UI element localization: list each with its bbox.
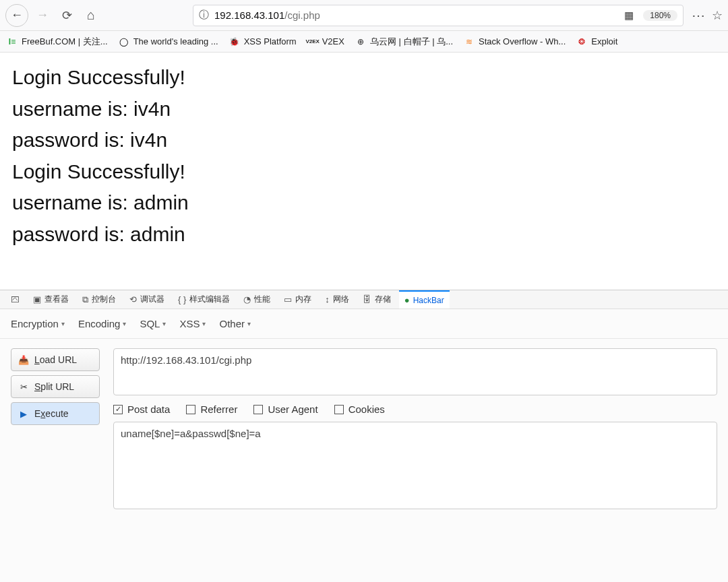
url-path: /cgi.php — [284, 9, 320, 21]
menu-label: Encryption — [11, 318, 59, 329]
tab-label: 存储 — [375, 294, 391, 305]
check-useragent[interactable]: User Agent — [253, 403, 317, 415]
tab-label: 网络 — [333, 294, 349, 305]
check-label: Referrer — [200, 403, 237, 415]
hackbar-checks: ✓Post data Referrer User Agent Cookies — [113, 402, 717, 415]
tab-console[interactable]: ⧉控制台 — [77, 290, 121, 309]
menu-encryption[interactable]: Encryption▾ — [11, 318, 65, 329]
menu-other[interactable]: Other▾ — [219, 318, 251, 329]
arrow-left-icon — [11, 8, 23, 22]
tab-network[interactable]: ↕网络 — [320, 290, 355, 309]
caret-down-icon: ▾ — [162, 320, 166, 327]
qr-icon[interactable]: ▦ — [624, 9, 634, 22]
bookmark-item[interactable]: ⊕乌云网 | 白帽子 | 乌... — [355, 36, 453, 48]
tab-performance[interactable]: ◔性能 — [238, 290, 276, 309]
btn-label: ecute — [45, 408, 68, 419]
check-label: User Agent — [268, 403, 317, 415]
menu-sql[interactable]: SQL▾ — [140, 318, 166, 329]
bug-icon: 🐞 — [229, 36, 240, 47]
home-button[interactable] — [81, 5, 101, 26]
exploit-icon: ❂ — [576, 36, 587, 47]
bookmark-item[interactable]: 🐞XSS Platform — [229, 36, 297, 47]
tab-label: 查看器 — [44, 294, 69, 305]
btn-label: oad URL — [40, 354, 77, 365]
hackbar-postdata-input[interactable] — [113, 422, 717, 509]
bookmark-label: XSS Platform — [244, 36, 297, 46]
caret-down-icon: ▾ — [247, 320, 251, 327]
tab-label: HackBar — [413, 296, 444, 305]
menu-xss[interactable]: XSS▾ — [179, 318, 206, 329]
bookmark-item[interactable]: ❂Exploit — [576, 36, 617, 47]
page-line: password is: admin — [12, 219, 716, 251]
check-cookies[interactable]: Cookies — [334, 403, 385, 415]
globe-icon: ⊕ — [355, 36, 366, 47]
favicon-icon: I≡ — [7, 36, 18, 47]
zoom-badge[interactable]: 180% — [643, 10, 677, 21]
forward-button — [32, 5, 53, 26]
btn-label: plit URL — [40, 381, 74, 392]
url-bar[interactable]: ⓘ 192.168.43.101/cgi.php ▦ 180% — [193, 5, 684, 26]
hackbar-menubar: Encryption▾ Encoding▾ SQL▾ XSS▾ Other▾ — [0, 309, 728, 339]
bookmarks-bar: I≡FreeBuf.COM | 关注... ◯The world's leadi… — [0, 31, 728, 53]
tab-label: 性能 — [254, 294, 270, 305]
split-icon: ✂ — [18, 381, 29, 392]
bookmark-star-icon[interactable] — [712, 8, 723, 23]
page-line: Login Successfully! — [12, 156, 716, 188]
bookmark-item[interactable]: ≋Stack Overflow - Wh... — [464, 36, 566, 47]
arrow-right-icon — [36, 8, 49, 22]
page-actions-icon[interactable] — [692, 7, 705, 24]
bookmark-item[interactable]: ◯The world's leading ... — [119, 36, 218, 47]
check-label: Cookies — [348, 403, 385, 415]
tab-label: 控制台 — [92, 294, 116, 305]
tab-styleeditor[interactable]: { }样式编辑器 — [173, 290, 235, 309]
bookmark-label: Exploit — [591, 36, 617, 46]
hackbar-url-input[interactable] — [113, 348, 717, 395]
devtools-pick-icon[interactable]: ⮹ — [5, 290, 25, 309]
menu-label: Other — [219, 318, 245, 329]
checkbox-icon — [334, 405, 344, 414]
back-button[interactable] — [5, 4, 28, 27]
page-content: Login Successfully! username is: iv4n pa… — [0, 53, 728, 259]
check-referrer[interactable]: Referrer — [186, 403, 237, 415]
menu-label: Encoding — [78, 318, 121, 329]
load-url-button[interactable]: 📥Load URL — [11, 348, 100, 371]
reload-button[interactable] — [57, 5, 77, 26]
execute-button[interactable]: ▶Execute — [11, 402, 100, 425]
tab-label: 调试器 — [140, 294, 164, 305]
caret-down-icon: ▾ — [123, 320, 126, 327]
caret-down-icon: ▾ — [61, 320, 65, 327]
checkbox-icon: ✓ — [113, 405, 123, 414]
bookmark-item[interactable]: V2EXV2EX — [307, 36, 344, 47]
tab-storage[interactable]: 🗄存储 — [357, 290, 396, 309]
tab-debugger[interactable]: ⟲调试器 — [124, 290, 170, 309]
stackoverflow-icon: ≋ — [464, 36, 475, 47]
tab-memory[interactable]: ▭内存 — [278, 290, 317, 309]
v2ex-icon: V2EX — [307, 36, 318, 47]
check-postdata[interactable]: ✓Post data — [113, 403, 170, 415]
checkbox-icon — [253, 405, 263, 414]
bookmark-item[interactable]: I≡FreeBuf.COM | 关注... — [7, 36, 108, 48]
page-line: password is: iv4n — [12, 125, 716, 156]
home-icon — [87, 7, 95, 23]
bookmark-label: The world's leading ... — [133, 36, 218, 46]
split-url-button[interactable]: ✂Split URL — [11, 375, 100, 398]
github-icon: ◯ — [119, 36, 129, 47]
devtools-tabs: ⮹ ▣查看器 ⧉控制台 ⟲调试器 { }样式编辑器 ◔性能 ▭内存 ↕网络 🗄存… — [0, 290, 728, 309]
caret-down-icon: ▾ — [202, 320, 206, 327]
check-label: Post data — [127, 403, 170, 415]
bookmark-label: FreeBuf.COM | 关注... — [22, 36, 108, 48]
tab-inspector[interactable]: ▣查看器 — [28, 290, 74, 309]
bookmark-label: 乌云网 | 白帽子 | 乌... — [370, 36, 453, 48]
execute-icon: ▶ — [18, 408, 29, 419]
hackbar-actions: 📥Load URL ✂Split URL ▶Execute — [11, 348, 100, 509]
load-icon: 📥 — [18, 354, 29, 365]
page-line: username is: admin — [12, 187, 716, 219]
tab-hackbar[interactable]: ●HackBar — [399, 290, 450, 309]
reload-icon — [62, 8, 72, 23]
bookmark-label: V2EX — [322, 36, 344, 46]
menu-encoding[interactable]: Encoding▾ — [78, 318, 127, 329]
site-info-icon[interactable]: ⓘ — [199, 9, 209, 22]
page-line: username is: iv4n — [12, 94, 716, 125]
browser-navbar: ⓘ 192.168.43.101/cgi.php ▦ 180% — [0, 0, 728, 31]
menu-label: XSS — [179, 318, 200, 329]
